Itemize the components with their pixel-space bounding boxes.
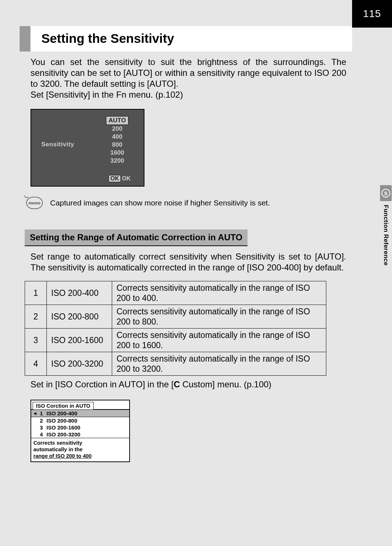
foot-bold-c: C bbox=[173, 379, 180, 389]
row-range: ISO 200-400 bbox=[47, 281, 112, 305]
chapter-number-circle: 5 bbox=[381, 189, 390, 197]
iso-menu-item: ◄1ISO 200-400 bbox=[31, 410, 129, 417]
item-number: 4 bbox=[36, 431, 43, 437]
table-row: 4ISO 200-3200Corrects sensitivity automa… bbox=[25, 352, 326, 376]
iso-menu-items: ◄1ISO 200-4002ISO 200-8003ISO 200-16004I… bbox=[31, 410, 129, 438]
heading-text: Setting the Sensitivity bbox=[36, 26, 352, 52]
desc-line-2: automatically in the bbox=[33, 446, 127, 453]
row-number: 4 bbox=[25, 352, 47, 376]
sub-intro-paragraph: Set range to automatically correct sensi… bbox=[20, 246, 352, 273]
ok-button-icon: OK bbox=[109, 175, 121, 182]
intro-paragraph: You can set the sensitivity to suit the … bbox=[20, 52, 352, 100]
item-label: ISO 200-400 bbox=[46, 410, 77, 416]
left-arrow-icon: ◄ bbox=[33, 411, 36, 416]
iso-menu-item: 2ISO 200-800 bbox=[31, 417, 129, 424]
sensitivity-option: 200 bbox=[106, 125, 128, 133]
sensitivity-option: 1600 bbox=[106, 149, 128, 157]
desc-line-3: range of ISO 200 to 400 bbox=[33, 453, 127, 459]
sensitivity-option: 800 bbox=[106, 141, 128, 149]
sensitivity-options: AUTO20040080016003200 bbox=[106, 116, 128, 165]
iso-correction-menu-screenshot: ISO Corction in AUTO ◄1ISO 200-4002ISO 2… bbox=[30, 400, 130, 462]
item-number: 1 bbox=[36, 410, 43, 416]
iso-menu-tab: ISO Corction in AUTO bbox=[33, 402, 94, 410]
sensitivity-option: 400 bbox=[106, 133, 128, 141]
item-label: ISO 200-3200 bbox=[46, 431, 80, 437]
desc-line-1: Corrects sensitivity bbox=[33, 440, 127, 446]
row-desc: Corrects sensitivity automatically in th… bbox=[112, 305, 326, 329]
foot-suffix: Custom] menu. (p.100) bbox=[180, 379, 271, 389]
ok-indicator: OKOK bbox=[109, 175, 131, 182]
page-heading: Setting the Sensitivity bbox=[20, 26, 352, 52]
table-row: 1ISO 200-400Corrects sensitivity automat… bbox=[25, 281, 326, 305]
sensitivity-option: 3200 bbox=[106, 157, 128, 165]
heading-decor-grey bbox=[20, 26, 30, 52]
table-row: 3ISO 200-1600Corrects sensitivity automa… bbox=[25, 329, 326, 352]
sensitivity-label: Sensitivity bbox=[41, 141, 74, 148]
row-range: ISO 200-800 bbox=[47, 305, 112, 329]
row-number: 1 bbox=[25, 281, 47, 305]
item-label: ISO 200-800 bbox=[46, 417, 77, 424]
chapter-number: 5 bbox=[384, 190, 387, 196]
subheading: Setting the Range of Automatic Correctio… bbox=[25, 229, 248, 246]
content-column: Setting the Sensitivity You can set the … bbox=[20, 0, 352, 546]
ok-text: OK bbox=[122, 175, 131, 182]
foot-prefix: Set in [ISO Corction in AUTO] in the [ bbox=[30, 379, 173, 389]
item-label: ISO 200-1600 bbox=[46, 424, 80, 431]
heading-decor-white bbox=[30, 26, 36, 52]
page-number-box: 115 bbox=[352, 0, 392, 28]
row-desc: Corrects sensitivity automatically in th… bbox=[112, 281, 326, 305]
memo-icon-label: memo bbox=[29, 201, 40, 205]
row-range: ISO 200-1600 bbox=[47, 329, 112, 352]
row-number: 2 bbox=[25, 305, 47, 329]
item-number: 3 bbox=[36, 424, 43, 431]
chapter-chip: 5 bbox=[380, 185, 392, 201]
row-range: ISO 200-3200 bbox=[47, 352, 112, 376]
item-number: 2 bbox=[36, 417, 43, 424]
memo-icon: memo bbox=[26, 197, 43, 209]
memo-callout: memo Captured images can show more noise… bbox=[26, 197, 352, 209]
table-row: 2ISO 200-800Corrects sensitivity automat… bbox=[25, 305, 326, 329]
footer-instruction: Set in [ISO Corction in AUTO] in the [C … bbox=[20, 376, 352, 390]
chapter-side-tab: 5 Function Reference bbox=[380, 185, 392, 266]
chapter-title: Function Reference bbox=[382, 205, 389, 266]
memo-text: Captured images can show more noise if h… bbox=[50, 199, 270, 207]
iso-range-table: 1ISO 200-400Corrects sensitivity automat… bbox=[25, 281, 326, 376]
iso-menu-item: 4ISO 200-3200 bbox=[31, 431, 129, 438]
manual-page: 115 5 Function Reference Setting the Sen… bbox=[0, 0, 392, 546]
sensitivity-option: AUTO bbox=[106, 116, 128, 125]
iso-menu-description: Corrects sensitivity automatically in th… bbox=[31, 438, 129, 461]
sensitivity-menu-screenshot: Sensitivity AUTO20040080016003200 OKOK bbox=[30, 109, 144, 187]
row-desc: Corrects sensitivity automatically in th… bbox=[112, 329, 326, 352]
row-desc: Corrects sensitivity automatically in th… bbox=[112, 352, 326, 376]
row-number: 3 bbox=[25, 329, 47, 352]
page-number: 115 bbox=[363, 8, 381, 20]
iso-menu-item: 3ISO 200-1600 bbox=[31, 424, 129, 431]
